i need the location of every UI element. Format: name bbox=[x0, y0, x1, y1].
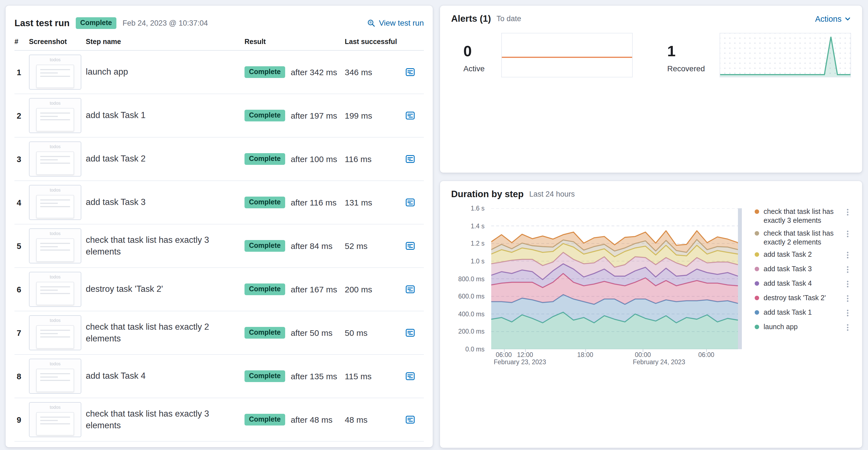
screenshot-thumbnail[interactable]: todos bbox=[29, 98, 81, 133]
col-header-step-name: Step name bbox=[86, 38, 245, 46]
step-result: Complete after 197 ms bbox=[245, 110, 345, 121]
legend-item[interactable]: check that task list has exactly 3 eleme… bbox=[755, 207, 851, 225]
step-actions-cell bbox=[404, 66, 424, 78]
view-test-run-link[interactable]: View test run bbox=[367, 19, 424, 27]
legend-item-menu-button[interactable] bbox=[844, 208, 851, 218]
step-result: Complete after 135 ms bbox=[245, 371, 345, 382]
table-row: 8 todos add task Task 4 Complete after 1… bbox=[14, 355, 424, 398]
thumbnail-app-title: todos bbox=[30, 101, 81, 106]
screenshot-thumbnail[interactable]: todos bbox=[29, 55, 81, 90]
step-detail-button[interactable] bbox=[404, 414, 416, 426]
step-number: 1 bbox=[14, 68, 29, 76]
col-header-result: Result bbox=[245, 38, 345, 46]
duration-legend: check that task list has exactly 3 eleme… bbox=[755, 207, 851, 337]
step-detail-button[interactable] bbox=[404, 153, 416, 165]
step-detail-button[interactable] bbox=[404, 109, 416, 122]
x-axis-tick-mark bbox=[706, 349, 707, 352]
status-badge: Complete bbox=[76, 17, 116, 29]
table-row: 9 todos check that task list has exactly… bbox=[14, 398, 424, 442]
screenshot-thumbnail[interactable]: todos bbox=[29, 359, 81, 394]
screenshot-thumbnail[interactable]: todos bbox=[29, 228, 81, 263]
legend-item-menu-button[interactable] bbox=[844, 323, 851, 333]
actions-button[interactable]: Actions bbox=[815, 14, 851, 23]
legend-item-menu-button[interactable] bbox=[844, 265, 851, 276]
legend-item[interactable]: launch app bbox=[755, 322, 851, 333]
legend-item[interactable]: destroy task 'Task 2' bbox=[755, 293, 851, 304]
legend-item-menu-button[interactable] bbox=[844, 309, 851, 319]
step-actions-cell bbox=[404, 370, 424, 382]
screenshot-thumbnail[interactable]: todos bbox=[29, 141, 81, 176]
thumbnail-app-title: todos bbox=[30, 57, 81, 62]
screenshot-thumbnail[interactable]: todos bbox=[29, 185, 81, 220]
legend-label: destroy task 'Task 2' bbox=[764, 293, 842, 303]
step-number: 8 bbox=[14, 372, 29, 381]
step-detail-button[interactable] bbox=[404, 283, 416, 295]
x-axis-date-label: February 23, 2023 bbox=[494, 359, 546, 365]
col-header-last-successful: Last successful bbox=[345, 38, 404, 46]
step-detail-button[interactable] bbox=[404, 196, 416, 208]
steps-table-body: 1 todos launch app Complete after 342 ms… bbox=[14, 51, 424, 442]
last-successful-duration: 116 ms bbox=[345, 154, 404, 164]
y-axis-tick-label: 1.6 s bbox=[451, 205, 485, 212]
last-successful-duration: 200 ms bbox=[345, 285, 404, 294]
step-detail-button[interactable] bbox=[404, 66, 416, 78]
last-successful-duration: 346 ms bbox=[345, 67, 404, 77]
x-axis-tick-mark bbox=[643, 349, 644, 352]
legend-item[interactable]: add task Task 3 bbox=[755, 264, 851, 276]
step-detail-button[interactable] bbox=[404, 370, 416, 382]
step-duration-text: after 100 ms bbox=[291, 154, 337, 164]
screenshot-thumbnail[interactable]: todos bbox=[29, 272, 81, 307]
active-alerts-chart bbox=[501, 33, 633, 77]
legend-item[interactable]: add task Task 1 bbox=[755, 308, 851, 319]
legend-label: add task Task 3 bbox=[764, 264, 842, 274]
panel-title: Last test run bbox=[14, 18, 70, 28]
vertical-dots-icon bbox=[845, 251, 850, 259]
legend-item[interactable]: add task Task 2 bbox=[755, 250, 851, 261]
legend-item[interactable]: add task Task 4 bbox=[755, 279, 851, 290]
last-successful-duration: 52 ms bbox=[345, 241, 404, 251]
last-successful-duration: 50 ms bbox=[345, 328, 404, 338]
table-row: 5 todos check that task list has exactly… bbox=[14, 224, 424, 268]
step-result-badge: Complete bbox=[245, 284, 285, 295]
active-alerts-sparkline bbox=[502, 33, 632, 77]
step-detail-button[interactable] bbox=[404, 327, 416, 339]
step-name: launch app bbox=[86, 66, 245, 78]
legend-label: check that task list has exactly 2 eleme… bbox=[764, 229, 842, 247]
x-axis-tick-label: 06:00 bbox=[698, 351, 714, 358]
step-screenshot-cell: todos bbox=[29, 228, 86, 263]
y-axis-tick-label: 200.0 ms bbox=[451, 328, 485, 335]
recovered-alerts-label: Recovered bbox=[667, 64, 715, 73]
legend-color-dot bbox=[755, 281, 759, 286]
vertical-dots-icon bbox=[845, 309, 850, 317]
vertical-dots-icon bbox=[845, 280, 850, 288]
duration-title: Duration by step bbox=[451, 189, 524, 199]
step-screenshot-cell: todos bbox=[29, 402, 86, 437]
step-duration-text: after 48 ms bbox=[291, 415, 333, 424]
trace-icon bbox=[405, 198, 415, 207]
step-actions-cell bbox=[404, 414, 424, 426]
legend-label: check that task list has exactly 3 eleme… bbox=[764, 207, 842, 225]
step-name: check that task list has exactly 2 eleme… bbox=[86, 321, 245, 345]
screenshot-thumbnail[interactable]: todos bbox=[29, 315, 81, 350]
step-result-badge: Complete bbox=[245, 110, 285, 121]
step-detail-button[interactable] bbox=[404, 240, 416, 252]
legend-item-menu-button[interactable] bbox=[844, 229, 851, 240]
col-header-screenshot: Screenshot bbox=[29, 38, 86, 46]
step-result: Complete after 50 ms bbox=[245, 327, 345, 339]
step-name: destroy task 'Task 2' bbox=[86, 284, 245, 295]
screenshot-thumbnail[interactable]: todos bbox=[29, 402, 81, 437]
legend-item[interactable]: check that task list has exactly 2 eleme… bbox=[755, 229, 851, 247]
table-row: 3 todos add task Task 2 Complete after 1… bbox=[14, 137, 424, 181]
step-result: Complete after 342 ms bbox=[245, 66, 345, 78]
step-duration-text: after 167 ms bbox=[291, 285, 337, 294]
legend-item-menu-button[interactable] bbox=[844, 280, 851, 290]
inspect-icon bbox=[367, 19, 376, 27]
active-alerts-count: 0 bbox=[463, 44, 497, 59]
duration-plot-area[interactable] bbox=[491, 208, 742, 349]
legend-item-menu-button[interactable] bbox=[844, 294, 851, 304]
thumbnail-content-lines bbox=[36, 412, 74, 436]
step-result: Complete after 48 ms bbox=[245, 414, 345, 425]
chevron-down-icon bbox=[844, 15, 851, 22]
legend-item-menu-button[interactable] bbox=[844, 251, 851, 261]
x-axis-date-label: February 24, 2023 bbox=[633, 359, 685, 365]
